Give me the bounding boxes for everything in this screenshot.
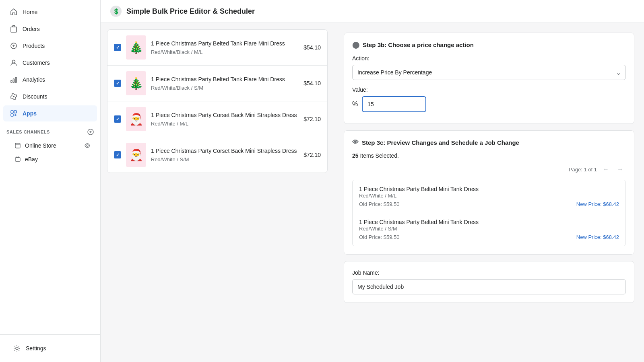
right-panel: ⬤ Step 3b: Choose a price change action … <box>334 23 644 362</box>
svg-rect-0 <box>11 27 17 32</box>
ebay-label: eBay <box>25 156 38 162</box>
product-image-2: 🎅 <box>126 107 146 131</box>
product-image-0: 🎄 <box>126 35 146 60</box>
product-variant-3: Red/White / S/M <box>151 156 299 162</box>
svg-point-12 <box>87 145 88 146</box>
product-checkbox-1[interactable] <box>114 80 121 87</box>
home-icon <box>10 8 18 16</box>
settings-label: Settings <box>26 345 46 352</box>
sidebar-item-home[interactable]: Home <box>3 4 97 20</box>
discounts-icon <box>10 93 18 101</box>
sidebar-bottom: Settings <box>0 334 100 362</box>
list-item: 1 Piece Christmas Party Belted Mini Tank… <box>353 213 625 246</box>
svg-rect-4 <box>13 79 14 82</box>
sidebar-item-online-store[interactable]: Online Store <box>3 139 97 152</box>
product-variant-0: Red/White/Black / M/L <box>151 49 299 55</box>
percent-symbol: % <box>352 101 358 108</box>
apps-icon <box>10 109 18 117</box>
product-name-0: 1 Piece Christmas Party Belted Tank Flar… <box>151 40 299 48</box>
step-3b-icon: ⬤ <box>352 41 359 49</box>
customers-icon <box>10 59 18 67</box>
product-info-1: 1 Piece Christmas Party Belted Tank Flar… <box>151 76 299 91</box>
product-name-1: 1 Piece Christmas Party Belted Tank Flar… <box>151 76 299 84</box>
sidebar-item-products-label: Products <box>23 43 45 49</box>
top-bar: 💲 Simple Bulk Price Editor & Scheduler <box>101 0 644 23</box>
product-checkbox-3[interactable] <box>114 151 121 158</box>
svg-rect-3 <box>11 80 12 82</box>
settings-icon <box>13 344 21 352</box>
svg-rect-13 <box>15 158 20 161</box>
job-name-label: Job Name: <box>352 269 626 276</box>
add-sales-channel-icon[interactable] <box>87 129 94 135</box>
app-title: Simple Bulk Price Editor & Scheduler <box>126 7 255 16</box>
list-item: 1 Piece Christmas Party Belted Mini Tank… <box>353 180 625 213</box>
product-price-1: $54.10 <box>303 80 321 86</box>
sales-channels-section: SALES CHANNELS <box>0 122 100 138</box>
sidebar-item-discounts-label: Discounts <box>23 93 47 100</box>
sidebar-item-apps[interactable]: Apps <box>3 105 97 121</box>
sidebar-item-apps-label: Apps <box>23 110 37 117</box>
prev-page-button[interactable]: ← <box>600 164 611 175</box>
step-3c-title: 👁 Step 3c: Preview Changes and Schedule … <box>352 139 626 146</box>
old-price-1: Old Price: $59.50 <box>359 234 399 240</box>
sidebar-item-orders-label: Orders <box>23 26 40 32</box>
svg-point-6 <box>13 96 14 97</box>
preview-item-prices-0: Old Price: $59.50 New Price: $68.42 <box>359 201 619 207</box>
preview-item-name-0: 1 Piece Christmas Party Belted Mini Tank… <box>359 186 619 199</box>
value-input-row: % <box>352 96 626 112</box>
sidebar-item-ebay[interactable]: eBay <box>3 153 97 166</box>
sidebar-nav: Home Orders Products <box>0 0 100 334</box>
new-price-0: New Price: $68.42 <box>576 201 619 207</box>
svg-rect-8 <box>14 111 17 113</box>
sidebar-item-discounts[interactable]: Discounts <box>3 88 97 105</box>
preview-item-name-1: 1 Piece Christmas Party Belted Mini Tank… <box>359 219 619 232</box>
step-3c-icon: 👁 <box>352 139 359 146</box>
product-checkbox-0[interactable] <box>114 44 121 51</box>
product-card: 🎄 1 Piece Christmas Party Belted Tank Fl… <box>107 29 328 173</box>
sidebar-item-analytics[interactable]: Analytics <box>3 72 97 88</box>
product-price-0: $54.10 <box>303 44 321 51</box>
product-image-3: 🎅 <box>126 143 146 167</box>
sidebar-item-customers-label: Customers <box>23 60 50 66</box>
pagination-row: Page: 1 of 1 ← → <box>352 164 626 175</box>
items-selected-text: 25 Items Selected. <box>352 152 626 159</box>
next-page-button[interactable]: → <box>615 164 626 175</box>
product-info-2: 1 Piece Christmas Party Corset Back Mini… <box>151 111 299 127</box>
product-info-0: 1 Piece Christmas Party Belted Tank Flar… <box>151 40 299 56</box>
ebay-icon <box>14 156 21 162</box>
pagination-text: Page: 1 of 1 <box>569 167 597 173</box>
value-label: Value: <box>352 86 626 93</box>
table-row: 🎅 1 Piece Christmas Party Corset Back Mi… <box>107 137 327 173</box>
svg-rect-7 <box>11 111 13 113</box>
product-variant-2: Red/White / M/L <box>151 121 299 127</box>
products-icon <box>10 42 18 50</box>
step-3b-section: ⬤ Step 3b: Choose a price change action … <box>344 33 634 124</box>
table-row: 🎄 1 Piece Christmas Party Belted Tank Fl… <box>107 66 327 101</box>
analytics-icon <box>10 76 18 84</box>
product-name-3: 1 Piece Christmas Party Corset Back Mini… <box>151 147 299 155</box>
preview-list: 1 Piece Christmas Party Belted Mini Tank… <box>352 180 626 246</box>
product-image-1: 🎄 <box>126 71 146 95</box>
new-price-1: New Price: $68.42 <box>576 234 619 240</box>
sidebar-item-home-label: Home <box>23 9 37 15</box>
job-name-section: Job Name: <box>344 261 634 303</box>
job-name-input[interactable] <box>352 279 626 294</box>
preview-item-prices-1: Old Price: $59.50 New Price: $68.42 <box>359 234 619 240</box>
sidebar-item-orders[interactable]: Orders <box>3 21 97 37</box>
value-input[interactable] <box>362 96 426 112</box>
sidebar-item-products[interactable]: Products <box>3 38 97 54</box>
step-3b-title: ⬤ Step 3b: Choose a price change action <box>352 41 626 49</box>
sidebar-item-analytics-label: Analytics <box>23 76 45 83</box>
sidebar-item-customers[interactable]: Customers <box>3 55 97 71</box>
table-row: 🎄 1 Piece Christmas Party Belted Tank Fl… <box>107 30 327 66</box>
step-3c-section: 👁 Step 3c: Preview Changes and Schedule … <box>344 130 634 255</box>
svg-rect-11 <box>15 143 20 148</box>
svg-rect-5 <box>15 77 17 82</box>
product-info-3: 1 Piece Christmas Party Corset Back Mini… <box>151 147 299 163</box>
product-checkbox-2[interactable] <box>114 115 121 123</box>
action-select[interactable]: Increase Price By Percentage Decrease Pr… <box>352 65 626 80</box>
eye-icon <box>84 142 91 149</box>
sidebar-item-settings[interactable]: Settings <box>6 340 94 356</box>
online-store-icon <box>14 142 21 149</box>
table-row: 🎅 1 Piece Christmas Party Corset Back Mi… <box>107 101 327 137</box>
